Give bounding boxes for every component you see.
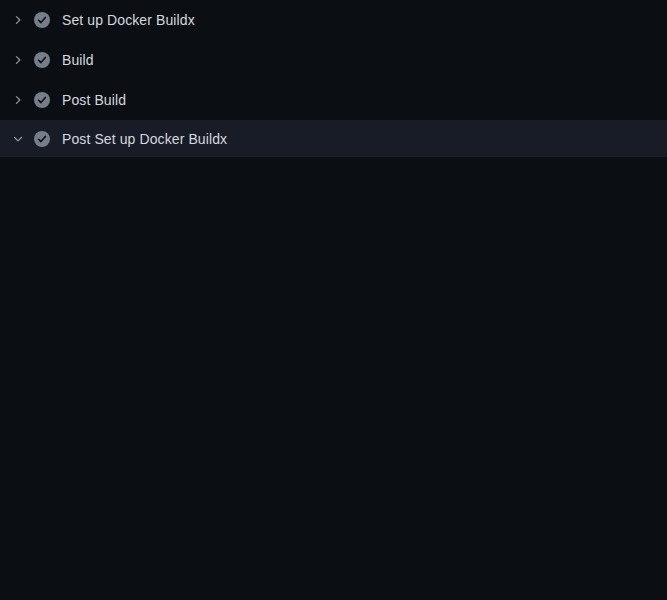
log-line: 19 time="2021-04-23T18:02:38Z" level=deb… (0, 549, 667, 569)
log-line: 5 time="2021-04-23T18:02:37Z" level=warn… (0, 249, 667, 269)
check-circle-icon (34, 52, 50, 68)
log-line: 20 time="2021-04-23T18:02:38Z" level=deb… (0, 589, 667, 600)
log-line: linux/riscv64 linux/ppc64le linux/s390x … (0, 289, 667, 309)
actions-log-viewer: { "colors": { "background": "#0b0f14", "… (0, 0, 667, 600)
chevron-down-icon[interactable] (12, 133, 24, 145)
log-lines-container: 1 Post job cleanup. 2 ▼BuildKit containe… (0, 157, 667, 600)
step-row-post-build[interactable]: Post Build (0, 80, 667, 120)
chevron-right-icon[interactable] (12, 14, 24, 26)
log-line: 16 time="2021-04-23T18:02:38Z" level=deb… (0, 489, 667, 509)
step-label: Set up Docker Buildx (62, 12, 195, 28)
log-line: 3 /usr/bin/docker logs buildx_buildkit_b… (0, 209, 667, 229)
check-circle-icon (34, 92, 50, 108)
log-line: 9 time="2021-04-23T18:02:37Z" level=warn… (0, 349, 667, 369)
log-line: application/vnd.oci.image.index.v1+json,… (0, 569, 667, 589)
log-line: 10 time="2021-04-23T18:02:37Z" level=inf… (0, 369, 667, 389)
log-line: 13 time="2021-04-23T18:02:38Z" level=deb… (0, 429, 667, 449)
chevron-right-icon[interactable] (12, 94, 24, 106)
step-row-post-set-up-docker-buildx[interactable]: Post Set up Docker Buildx (0, 120, 667, 157)
check-circle-icon (34, 12, 50, 28)
log-line: 7 time="2021-04-23T18:02:37Z" level=warn… (0, 309, 667, 329)
log-line: 4 time="2021-04-23T18:02:37Z" level=info… (0, 229, 667, 249)
log-line: 2 ▼BuildKit container logs (0, 189, 667, 209)
step-label: Post Set up Docker Buildx (62, 131, 227, 147)
log-line: 8 time="2021-04-23T18:02:37Z" level=info… (0, 329, 667, 349)
log-line: 17 time="2021-04-23T18:02:38Z" level=deb… (0, 509, 667, 529)
log-line: 11 time="2021-04-23T18:02:38Z" level=deb… (0, 389, 667, 409)
log-line: 15 time="2021-04-23T18:02:38Z" level=deb… (0, 469, 667, 489)
log-line: 18 time="2021-04-23T18:02:38Z" level=deb… (0, 529, 667, 549)
log-line: 12 time="2021-04-23T18:02:38Z" level=deb… (0, 409, 667, 429)
step-row-build[interactable]: Build (0, 40, 667, 80)
log-line: 6 time="2021-04-23T18:02:37Z" level=info… (0, 269, 667, 289)
log-line: 14 time="2021-04-23T18:02:38Z" level=deb… (0, 449, 667, 469)
check-circle-icon (34, 131, 50, 147)
step-label: Build (62, 52, 94, 68)
step-row-set-up-docker-buildx[interactable]: Set up Docker Buildx (0, 0, 667, 40)
log-line: 1 Post job cleanup. (0, 169, 667, 189)
step-label: Post Build (62, 92, 126, 108)
chevron-right-icon[interactable] (12, 54, 24, 66)
job-steps-list: Set up Docker Buildx Build P (0, 0, 667, 157)
